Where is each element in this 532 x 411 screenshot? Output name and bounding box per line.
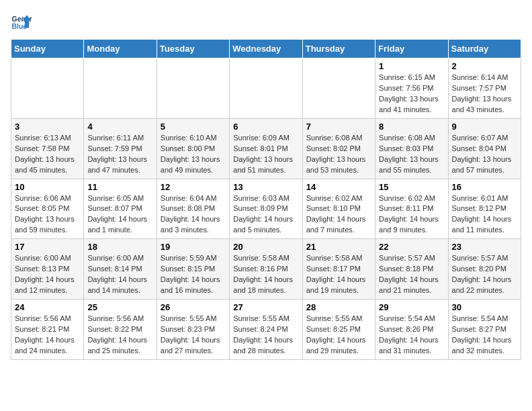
day-info: Sunrise: 6:02 AMSunset: 8:11 PMDaylight:…: [379, 193, 444, 236]
weekday-header-sunday: Sunday: [11, 40, 84, 58]
calendar-cell: 18Sunrise: 6:00 AMSunset: 8:14 PMDayligh…: [84, 239, 157, 300]
day-number: 25: [87, 302, 152, 312]
calendar-cell: 7Sunrise: 6:08 AMSunset: 8:02 PMDaylight…: [302, 118, 375, 179]
calendar-cell: 20Sunrise: 5:58 AMSunset: 8:16 PMDayligh…: [230, 239, 302, 300]
day-info: Sunrise: 5:58 AMSunset: 8:17 PMDaylight:…: [306, 253, 371, 296]
weekday-header-monday: Monday: [84, 40, 157, 58]
day-info: Sunrise: 5:55 AMSunset: 8:24 PMDaylight:…: [233, 314, 298, 357]
day-number: 16: [452, 182, 517, 192]
calendar-cell: [157, 58, 229, 119]
calendar-cell: 27Sunrise: 5:55 AMSunset: 8:24 PMDayligh…: [230, 300, 302, 360]
day-info: Sunrise: 6:11 AMSunset: 7:59 PMDaylight:…: [87, 133, 152, 176]
calendar-cell: 23Sunrise: 5:57 AMSunset: 8:20 PMDayligh…: [448, 239, 521, 300]
day-number: 27: [233, 302, 298, 312]
day-number: 8: [379, 122, 444, 132]
calendar-week-4: 17Sunrise: 6:00 AMSunset: 8:13 PMDayligh…: [11, 239, 521, 300]
calendar-cell: 11Sunrise: 6:05 AMSunset: 8:07 PMDayligh…: [84, 179, 157, 239]
day-number: 20: [233, 242, 298, 252]
day-number: 12: [161, 182, 226, 192]
calendar-cell: 8Sunrise: 6:08 AMSunset: 8:03 PMDaylight…: [375, 118, 448, 179]
day-info: Sunrise: 5:57 AMSunset: 8:18 PMDaylight:…: [379, 253, 444, 296]
calendar-cell: 17Sunrise: 6:00 AMSunset: 8:13 PMDayligh…: [11, 239, 84, 300]
calendar-table: SundayMondayTuesdayWednesdayThursdayFrid…: [11, 39, 521, 360]
calendar-cell: 1Sunrise: 6:15 AMSunset: 7:56 PMDaylight…: [375, 58, 448, 119]
calendar-cell: 14Sunrise: 6:02 AMSunset: 8:10 PMDayligh…: [302, 179, 375, 239]
day-number: 21: [306, 242, 371, 252]
calendar-week-1: 1Sunrise: 6:15 AMSunset: 7:56 PMDaylight…: [11, 58, 521, 119]
calendar-cell: 29Sunrise: 5:54 AMSunset: 8:26 PMDayligh…: [375, 300, 448, 360]
day-number: 9: [452, 122, 517, 132]
day-number: 2: [452, 61, 517, 71]
day-number: 7: [306, 122, 371, 132]
page-header: General Blue: [11, 11, 521, 32]
calendar-cell: 13Sunrise: 6:03 AMSunset: 8:09 PMDayligh…: [230, 179, 302, 239]
calendar-cell: 4Sunrise: 6:11 AMSunset: 7:59 PMDaylight…: [84, 118, 157, 179]
day-number: 5: [161, 122, 226, 132]
day-info: Sunrise: 6:02 AMSunset: 8:10 PMDaylight:…: [306, 193, 371, 236]
weekday-header-thursday: Thursday: [302, 40, 375, 58]
day-info: Sunrise: 6:01 AMSunset: 8:12 PMDaylight:…: [452, 193, 517, 236]
logo: General Blue: [11, 11, 32, 32]
day-info: Sunrise: 5:58 AMSunset: 8:16 PMDaylight:…: [233, 253, 298, 296]
day-number: 18: [87, 242, 152, 252]
calendar-cell: 9Sunrise: 6:07 AMSunset: 8:04 PMDaylight…: [448, 118, 521, 179]
calendar-cell: 10Sunrise: 6:06 AMSunset: 8:05 PMDayligh…: [11, 179, 84, 239]
calendar-cell: 16Sunrise: 6:01 AMSunset: 8:12 PMDayligh…: [448, 179, 521, 239]
day-info: Sunrise: 5:56 AMSunset: 8:22 PMDaylight:…: [87, 314, 152, 357]
day-info: Sunrise: 6:13 AMSunset: 7:58 PMDaylight:…: [15, 133, 80, 176]
calendar-cell: 26Sunrise: 5:55 AMSunset: 8:23 PMDayligh…: [157, 300, 229, 360]
day-number: 10: [15, 182, 80, 192]
day-info: Sunrise: 5:55 AMSunset: 8:23 PMDaylight:…: [161, 314, 226, 357]
day-number: 14: [306, 182, 371, 192]
day-number: 3: [15, 122, 80, 132]
day-number: 6: [233, 122, 298, 132]
day-number: 15: [379, 182, 444, 192]
calendar-cell: 22Sunrise: 5:57 AMSunset: 8:18 PMDayligh…: [375, 239, 448, 300]
day-number: 1: [379, 61, 444, 71]
day-number: 17: [15, 242, 80, 252]
day-info: Sunrise: 5:54 AMSunset: 8:26 PMDaylight:…: [379, 314, 444, 357]
day-info: Sunrise: 6:08 AMSunset: 8:03 PMDaylight:…: [379, 133, 444, 176]
weekday-header-tuesday: Tuesday: [157, 40, 229, 58]
day-info: Sunrise: 6:09 AMSunset: 8:01 PMDaylight:…: [233, 133, 298, 176]
day-info: Sunrise: 6:04 AMSunset: 8:08 PMDaylight:…: [161, 193, 226, 236]
day-info: Sunrise: 6:05 AMSunset: 8:07 PMDaylight:…: [87, 193, 152, 236]
day-number: 11: [87, 182, 152, 192]
day-info: Sunrise: 6:08 AMSunset: 8:02 PMDaylight:…: [306, 133, 371, 176]
day-number: 29: [379, 302, 444, 312]
weekday-header-row: SundayMondayTuesdayWednesdayThursdayFrid…: [11, 40, 521, 58]
day-info: Sunrise: 6:10 AMSunset: 8:00 PMDaylight:…: [161, 133, 226, 176]
day-info: Sunrise: 5:56 AMSunset: 8:21 PMDaylight:…: [15, 314, 80, 357]
day-info: Sunrise: 5:54 AMSunset: 8:27 PMDaylight:…: [452, 314, 517, 357]
day-number: 30: [452, 302, 517, 312]
day-number: 19: [161, 242, 226, 252]
calendar-cell: 21Sunrise: 5:58 AMSunset: 8:17 PMDayligh…: [302, 239, 375, 300]
day-info: Sunrise: 5:59 AMSunset: 8:15 PMDaylight:…: [161, 253, 226, 296]
calendar-cell: [230, 58, 302, 119]
day-number: 4: [87, 122, 152, 132]
calendar-cell: 28Sunrise: 5:55 AMSunset: 8:25 PMDayligh…: [302, 300, 375, 360]
day-number: 26: [161, 302, 226, 312]
calendar-week-3: 10Sunrise: 6:06 AMSunset: 8:05 PMDayligh…: [11, 179, 521, 239]
calendar-cell: 2Sunrise: 6:14 AMSunset: 7:57 PMDaylight…: [448, 58, 521, 119]
weekday-header-saturday: Saturday: [448, 40, 521, 58]
day-info: Sunrise: 6:14 AMSunset: 7:57 PMDaylight:…: [452, 73, 517, 116]
day-info: Sunrise: 6:00 AMSunset: 8:13 PMDaylight:…: [15, 253, 80, 296]
day-info: Sunrise: 6:00 AMSunset: 8:14 PMDaylight:…: [87, 253, 152, 296]
weekday-header-friday: Friday: [375, 40, 448, 58]
calendar-body: 1Sunrise: 6:15 AMSunset: 7:56 PMDaylight…: [11, 58, 521, 360]
day-number: 24: [15, 302, 80, 312]
calendar-cell: 12Sunrise: 6:04 AMSunset: 8:08 PMDayligh…: [157, 179, 229, 239]
calendar-cell: 19Sunrise: 5:59 AMSunset: 8:15 PMDayligh…: [157, 239, 229, 300]
calendar-cell: [84, 58, 157, 119]
day-number: 23: [452, 242, 517, 252]
logo-icon: General Blue: [11, 11, 32, 32]
calendar-cell: 6Sunrise: 6:09 AMSunset: 8:01 PMDaylight…: [230, 118, 302, 179]
day-number: 28: [306, 302, 371, 312]
day-number: 22: [379, 242, 444, 252]
day-number: 13: [233, 182, 298, 192]
day-info: Sunrise: 5:55 AMSunset: 8:25 PMDaylight:…: [306, 314, 371, 357]
calendar-cell: 15Sunrise: 6:02 AMSunset: 8:11 PMDayligh…: [375, 179, 448, 239]
calendar-cell: 3Sunrise: 6:13 AMSunset: 7:58 PMDaylight…: [11, 118, 84, 179]
day-info: Sunrise: 6:07 AMSunset: 8:04 PMDaylight:…: [452, 133, 517, 176]
